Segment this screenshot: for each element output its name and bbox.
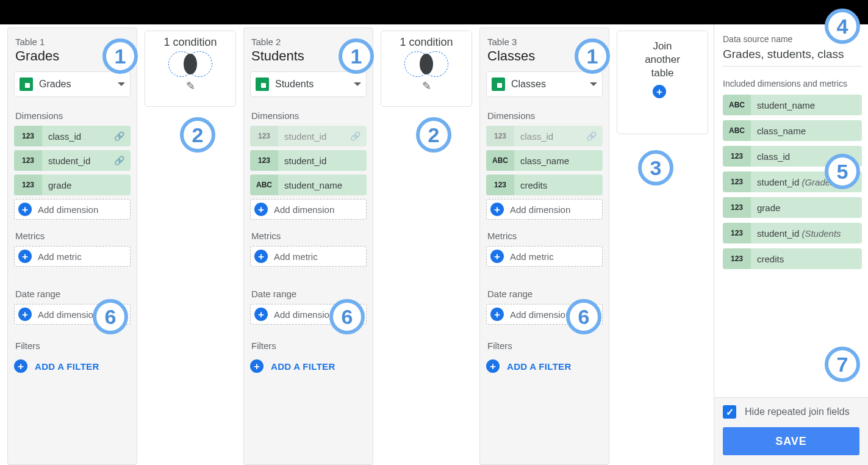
add-dimension-button[interactable]: + Add dimension <box>250 199 367 220</box>
type-badge: 123 <box>723 197 751 218</box>
source-name: Students <box>275 79 354 90</box>
type-badge: ABC <box>250 175 278 195</box>
add-date-dimension-button[interactable]: + Add dimension <box>486 304 603 325</box>
dimension-chip[interactable]: 123 student_id 🔗 <box>250 126 367 146</box>
add-date-dimension-button[interactable]: + Add dimension <box>14 304 131 325</box>
type-badge: ABC <box>723 120 751 141</box>
chip-label: class_id <box>514 131 586 142</box>
add-label: Add metric <box>274 251 318 262</box>
sheets-icon <box>20 78 33 91</box>
chip-label: student_id <box>42 156 114 166</box>
plus-icon: + <box>254 203 268 216</box>
sheets-icon <box>492 78 505 91</box>
table-card-classes: Table 3 Classes Classes Dimensions 123 c… <box>479 27 609 465</box>
field-chip[interactable]: 123 credits <box>723 248 862 269</box>
join-condition-card[interactable]: 1 condition ✎ <box>381 31 472 107</box>
add-filter-label: ADD A FILTER <box>507 361 572 372</box>
add-metric-button[interactable]: + Add metric <box>250 246 367 267</box>
edit-icon[interactable]: ✎ <box>186 79 195 93</box>
add-label: Add metric <box>38 251 82 262</box>
dimension-chip[interactable]: ABC class_name <box>486 150 603 171</box>
add-metric-button[interactable]: + Add metric <box>486 246 603 267</box>
add-label: Add dimension <box>38 204 98 215</box>
dimension-chip[interactable]: 123 student_id 🔗 <box>14 150 131 171</box>
table-title: Grades <box>15 48 129 64</box>
add-filter-button[interactable]: + ADD A FILTER <box>14 356 131 377</box>
hide-repeated-checkbox-row[interactable]: ✓ Hide repeated join fields <box>723 405 859 419</box>
filters-label: Filters <box>15 341 131 351</box>
chip-label: student_id (Grades) <box>751 177 862 187</box>
chip-label: student_id <box>278 156 367 166</box>
field-chip[interactable]: 123 class_id <box>723 146 862 167</box>
add-dimension-button[interactable]: + Add dimension <box>14 199 131 220</box>
dimensions-label: Dimensions <box>251 110 367 121</box>
add-filter-label: ADD A FILTER <box>271 361 335 372</box>
save-button[interactable]: SAVE <box>723 427 859 455</box>
chip-label: student_name <box>751 100 862 110</box>
source-select[interactable]: Students <box>250 71 367 97</box>
chevron-down-icon <box>354 82 361 86</box>
join-condition-label: 1 condition <box>400 36 453 49</box>
dimension-chip[interactable]: ABC student_name <box>250 175 367 195</box>
type-badge: ABC <box>486 150 514 171</box>
join-another-column: Join another table + <box>609 27 708 465</box>
add-filter-button[interactable]: + ADD A FILTER <box>486 356 603 377</box>
dimension-chip[interactable]: 123 class_id 🔗 <box>14 126 131 146</box>
plus-icon: + <box>490 250 504 263</box>
type-badge: 123 <box>723 146 751 167</box>
plus-icon: + <box>490 308 504 321</box>
edit-icon[interactable]: ✎ <box>422 79 431 93</box>
join-condition-label: 1 condition <box>163 36 217 49</box>
plus-icon: + <box>490 203 504 216</box>
venn-icon <box>168 51 212 77</box>
plus-icon: + <box>254 308 268 321</box>
chip-label: student_name <box>278 180 367 190</box>
dimension-chip[interactable]: 123 class_id 🔗 <box>486 126 603 146</box>
field-chip[interactable]: 123 student_id (Students <box>723 223 862 243</box>
plus-icon: + <box>18 203 32 216</box>
field-chip[interactable]: ABC class_name <box>723 120 862 141</box>
type-badge: 123 <box>14 175 42 195</box>
join-another-card[interactable]: Join another table + <box>617 31 708 134</box>
chip-label: grade <box>751 203 862 213</box>
add-dimension-button[interactable]: + Add dimension <box>486 199 603 220</box>
dimension-chip[interactable]: 123 student_id <box>250 150 367 171</box>
plus-icon: + <box>250 359 264 373</box>
right-panel: Data source name Grades, students, class… <box>714 24 868 465</box>
dimension-chip[interactable]: 123 credits <box>486 175 603 195</box>
chip-label: student_id (Students <box>751 228 862 239</box>
chip-label: student_id <box>278 131 350 142</box>
chevron-down-icon <box>118 82 125 86</box>
source-name: Grades <box>39 79 118 90</box>
field-chip[interactable]: ABC student_name <box>723 95 862 115</box>
link-icon: 🔗 <box>114 131 124 141</box>
hide-repeated-label: Hide repeated join fields <box>745 405 850 419</box>
field-chip[interactable]: 123 grade <box>723 197 862 218</box>
field-chip[interactable]: 123 student_id (Grades) <box>723 171 862 192</box>
type-badge: 123 <box>486 126 514 146</box>
type-badge: 123 <box>723 248 751 269</box>
add-label: Add dimension <box>274 309 334 320</box>
join-condition-card[interactable]: 1 condition ✎ <box>145 31 236 107</box>
join-column: 1 condition ✎ <box>373 27 472 465</box>
dimension-chip[interactable]: 123 grade <box>14 175 131 195</box>
type-badge: 123 <box>723 171 751 192</box>
add-metric-button[interactable]: + Add metric <box>14 246 131 267</box>
source-select[interactable]: Classes <box>486 71 603 97</box>
data-source-name-input[interactable]: Grades, students, class <box>723 48 862 67</box>
chip-label: credits <box>514 180 603 190</box>
date-range-label: Date range <box>251 289 367 299</box>
table-pre: Table 3 <box>487 37 603 47</box>
source-select[interactable]: Grades <box>14 71 131 97</box>
type-badge: 123 <box>250 150 278 171</box>
chip-label: class_id <box>751 151 862 162</box>
metrics-label: Metrics <box>251 231 367 241</box>
table-title: Classes <box>487 48 601 64</box>
source-name: Classes <box>511 79 590 90</box>
add-label: Add dimension <box>274 204 334 215</box>
link-icon: 🔗 <box>350 131 360 141</box>
add-label: Add dimension <box>510 309 570 320</box>
sheets-icon <box>256 78 269 91</box>
add-filter-button[interactable]: + ADD A FILTER <box>250 356 367 377</box>
add-date-dimension-button[interactable]: + Add dimension <box>250 304 367 325</box>
